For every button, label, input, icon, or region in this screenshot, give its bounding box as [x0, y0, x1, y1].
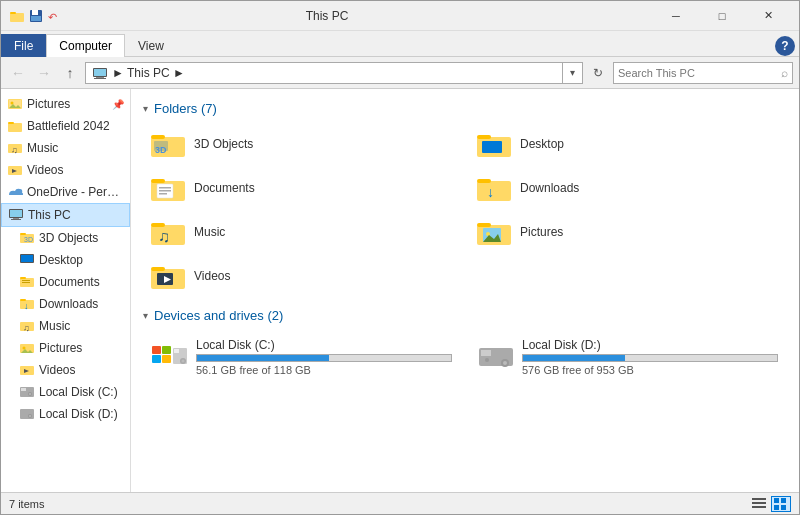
svg-rect-25 — [20, 233, 26, 235]
sidebar-label-thispc: This PC — [28, 208, 71, 222]
search-box[interactable]: ⌕ — [613, 62, 793, 84]
sidebar-label-diskd: Local Disk (D:) — [39, 407, 118, 421]
svg-rect-61 — [159, 190, 171, 192]
svg-rect-70 — [477, 223, 491, 227]
folder-icon-downloads: ↓ — [476, 173, 512, 203]
drives-title: Devices and drives (2) — [154, 308, 283, 323]
sidebar-label-documents: Documents — [39, 275, 100, 289]
folder-icon-pictures — [476, 217, 512, 247]
tab-file[interactable]: File — [1, 34, 46, 57]
drives-chevron: ▾ — [143, 310, 148, 321]
folder-item-desktop[interactable]: Desktop — [469, 124, 787, 164]
folders-section-header[interactable]: ▾ Folders (7) — [143, 101, 787, 116]
folder-item-documents[interactable]: Documents — [143, 168, 461, 208]
3dobjects-sidebar-icon: 3D — [19, 230, 35, 246]
address-path[interactable]: ► This PC ► — [85, 62, 563, 84]
drive-d-bar-container — [522, 354, 778, 362]
svg-rect-60 — [159, 187, 171, 189]
svg-rect-58 — [151, 179, 165, 183]
svg-rect-63 — [477, 181, 511, 201]
svg-rect-80 — [152, 355, 161, 363]
drives-section-header[interactable]: ▾ Devices and drives (2) — [143, 308, 787, 323]
help-button[interactable]: ? — [775, 36, 795, 56]
sidebar-label-battlefield: Battlefield 2042 — [27, 119, 110, 133]
sidebar-label-desktop: Desktop — [39, 253, 83, 267]
music2-sidebar-icon: ♫ — [19, 318, 35, 334]
sidebar-item-documents[interactable]: Documents — [1, 271, 130, 293]
svg-rect-47 — [20, 409, 34, 419]
drive-c-free: 56.1 GB free of 118 GB — [196, 364, 452, 376]
sidebar-item-desktop[interactable]: Desktop — [1, 249, 130, 271]
svg-text:3D: 3D — [155, 145, 167, 155]
folder-item-videos[interactable]: Videos — [143, 256, 461, 296]
address-dropdown[interactable]: ▾ — [563, 62, 583, 84]
minimize-button[interactable]: ─ — [653, 1, 699, 31]
close-button[interactable]: ✕ — [745, 1, 791, 31]
svg-rect-92 — [752, 502, 766, 504]
svg-text:♫: ♫ — [11, 145, 18, 155]
main-area: Pictures 📌 Battlefield 2042 ♫ — [1, 89, 799, 492]
svg-text:↓: ↓ — [487, 184, 494, 200]
pictures2-sidebar-icon — [19, 340, 35, 356]
sidebar-item-videos2[interactable]: Videos — [1, 359, 130, 381]
drive-c-info: Local Disk (C:) 56.1 GB free of 118 GB — [196, 338, 452, 376]
folder-item-downloads[interactable]: ↓ Downloads — [469, 168, 787, 208]
sidebar-item-pictures2[interactable]: Pictures — [1, 337, 130, 359]
sidebar-item-music[interactable]: ♫ Music — [1, 137, 130, 159]
svg-rect-51 — [151, 135, 165, 139]
diskd-sidebar-icon — [19, 406, 35, 422]
sidebar-item-videos[interactable]: Videos — [1, 159, 130, 181]
drive-item-c[interactable]: Local Disk (C:) 56.1 GB free of 118 GB — [143, 331, 461, 383]
svg-rect-31 — [22, 280, 30, 281]
svg-rect-91 — [752, 498, 766, 500]
status-bar: 7 items — [1, 492, 799, 514]
view-controls — [749, 496, 791, 512]
svg-rect-95 — [781, 498, 786, 503]
folder-item-3dobjects[interactable]: 3D 3D Objects — [143, 124, 461, 164]
sidebar-item-thispc[interactable]: This PC — [1, 203, 130, 227]
drive-icon-c — [152, 342, 188, 372]
sidebar-item-downloads[interactable]: ↓ Downloads — [1, 293, 130, 315]
sidebar-label-diskc: Local Disk (C:) — [39, 385, 118, 399]
sidebar-label-onedrive: OneDrive - Perso... — [27, 185, 124, 199]
sidebar-item-diskd[interactable]: Local Disk (D:) — [1, 403, 130, 425]
folder-item-pictures[interactable]: Pictures — [469, 212, 787, 252]
sidebar-item-music2[interactable]: ♫ Music — [1, 315, 130, 337]
search-icon[interactable]: ⌕ — [781, 66, 788, 80]
svg-rect-9 — [94, 78, 106, 79]
back-button[interactable]: ← — [7, 62, 29, 84]
maximize-button[interactable]: □ — [699, 1, 745, 31]
svg-text:3D: 3D — [24, 236, 33, 243]
folder-icon-videos — [150, 261, 186, 291]
svg-rect-21 — [10, 210, 22, 217]
refresh-button[interactable]: ↻ — [587, 62, 609, 84]
sidebar: Pictures 📌 Battlefield 2042 ♫ — [1, 89, 131, 492]
music-icon: ♫ — [7, 140, 23, 156]
sidebar-item-onedrive[interactable]: OneDrive - Perso... — [1, 181, 130, 203]
content-area: ▾ Folders (7) 3D 3D Objects — [131, 89, 799, 492]
svg-rect-75 — [151, 267, 165, 271]
large-icons-view-button[interactable] — [771, 496, 791, 512]
sidebar-item-diskc[interactable]: Local Disk (C:) — [1, 381, 130, 403]
drive-item-d[interactable]: Local Disk (D:) 576 GB free of 953 GB — [469, 331, 787, 383]
folder-item-music[interactable]: ♫ Music — [143, 212, 461, 252]
details-view-button[interactable] — [749, 496, 769, 512]
sidebar-item-3dobjects[interactable]: 3D 3D Objects — [1, 227, 130, 249]
svg-rect-97 — [781, 505, 786, 510]
tab-view[interactable]: View — [125, 34, 177, 57]
folder-name-documents: Documents — [194, 181, 255, 195]
downloads-sidebar-icon: ↓ — [19, 296, 35, 312]
up-button[interactable]: ↑ — [59, 62, 81, 84]
folder-name-desktop: Desktop — [520, 137, 564, 151]
sidebar-item-battlefield[interactable]: Battlefield 2042 — [1, 115, 130, 137]
sidebar-label-videos: Videos — [27, 163, 63, 177]
svg-text:♫: ♫ — [158, 228, 170, 245]
forward-button[interactable]: → — [33, 62, 55, 84]
svg-rect-14 — [8, 123, 22, 132]
folders-title: Folders (7) — [154, 101, 217, 116]
search-input[interactable] — [618, 67, 781, 79]
sidebar-item-pictures-pinned[interactable]: Pictures 📌 — [1, 93, 130, 115]
tab-computer[interactable]: Computer — [46, 34, 125, 57]
folder-name-downloads: Downloads — [520, 181, 579, 195]
svg-point-85 — [182, 360, 185, 363]
